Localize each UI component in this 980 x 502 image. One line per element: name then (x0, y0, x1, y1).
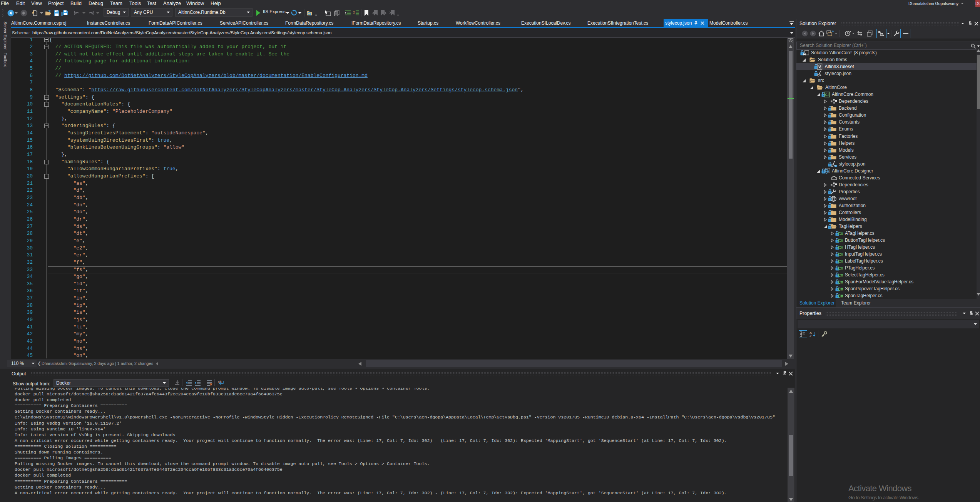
svg-text:C#: C# (838, 231, 843, 236)
svg-text:C#: C# (838, 294, 843, 298)
svg-text:C#: C# (838, 252, 843, 257)
svg-text:C#: C# (838, 280, 843, 284)
svg-text:C#: C# (838, 245, 843, 250)
svg-text:C#: C# (825, 92, 830, 97)
svg-text:Z: Z (809, 334, 811, 337)
svg-text:C#: C# (838, 238, 843, 243)
svg-text:2: 2 (353, 10, 355, 14)
svg-text:C#: C# (838, 266, 843, 271)
svg-text:C#: C# (838, 273, 843, 278)
svg-text:C#: C# (838, 259, 843, 264)
svg-text:C#: C# (838, 287, 843, 291)
